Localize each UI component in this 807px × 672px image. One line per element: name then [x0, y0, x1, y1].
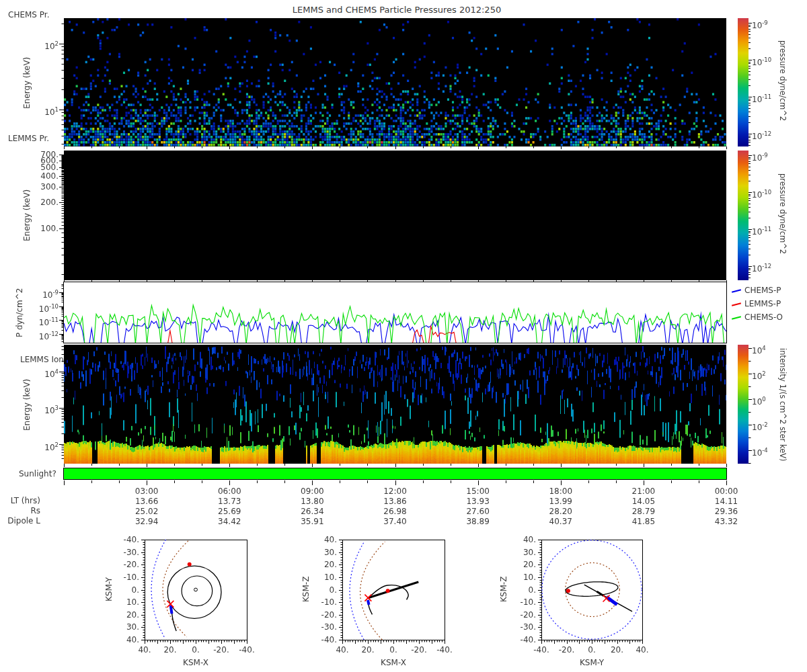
orbit1-ytick-6: -20. — [310, 610, 337, 620]
orbit-plot-ksmx-ksmz-canvas — [334, 535, 453, 645]
rs-value-1: 25.69 — [210, 506, 248, 517]
orbit0-x-axis-label: KSM-X — [169, 658, 223, 667]
dipole-l-value-5: 40.37 — [542, 516, 580, 527]
lt-value-3: 13.86 — [377, 496, 414, 507]
time-tick-label-1: 06:00 — [210, 486, 248, 497]
orbit-plot-ksmx-ksmy-canvas — [136, 535, 256, 645]
chems-cbtick-2: 10-11 — [752, 91, 789, 105]
ions-colorbar — [738, 345, 748, 464]
lemms-cbtick-0: 10-9 — [752, 150, 789, 163]
chems-ytick-1: 101 — [18, 104, 59, 118]
lt-value-1: 13.73 — [210, 496, 248, 507]
orbit2-ytick-5: -10. — [509, 597, 536, 607]
orbit1-ytick-7: -30. — [310, 622, 337, 632]
lemms-cbtick-1: 10-10 — [752, 187, 789, 200]
orbit1-ytick-5: -10. — [310, 597, 337, 607]
rs-value-4: 27.60 — [459, 506, 497, 517]
orbit0-ytick-2: -20. — [112, 559, 139, 570]
orbit2-ytick-3: 10. — [509, 572, 536, 583]
lt-value-6: 14.05 — [625, 496, 662, 507]
orbit0-ytick-8: 40. — [112, 634, 139, 645]
orbit1-ytick-1: 30. — [310, 547, 337, 558]
lemms-ytick-4: 300. — [18, 181, 59, 192]
dipole-l-value-2: 35.91 — [293, 516, 331, 527]
pline-ytick-2: 10-11 — [18, 314, 59, 328]
dipole-l-value-3: 37.40 — [377, 516, 414, 527]
dipole-l-value-0: 32.94 — [128, 516, 165, 527]
time-tick-label-0: 03:00 — [128, 486, 165, 497]
time-tick-label-5: 18:00 — [542, 486, 580, 497]
chems-spectrogram-canvas — [64, 18, 726, 146]
pline-ytick-1: 10-10 — [18, 301, 59, 314]
chems-colorbar-label: pressure dyne/cm^2 — [778, 34, 787, 128]
lt-value-4: 13.93 — [459, 496, 497, 507]
ions-spectrogram-canvas — [64, 345, 726, 464]
orbit-plot-ksmy-ksmz-canvas — [533, 535, 651, 645]
orbit2-ytick-4: 0. — [509, 585, 536, 595]
dipole-l-value-6: 41.85 — [625, 516, 662, 527]
orbit0-ytick-3: -10. — [112, 572, 139, 583]
chems-p-line-swatch — [732, 289, 741, 292]
lemms-cbtick-2: 10-11 — [752, 224, 789, 237]
sunlight-label: Sunlight? — [19, 469, 56, 478]
orbit2-x-axis-label: KSM-Y — [565, 658, 619, 667]
orbit0-ytick-1: -30. — [112, 547, 139, 558]
ions-ytick-1: 103 — [18, 403, 59, 416]
panel-label-ions: LEMMS Ions — [20, 355, 68, 364]
lt-value-5: 13.99 — [542, 496, 580, 507]
lt-value-2: 13.80 — [293, 496, 331, 507]
lt-value-0: 13.66 — [128, 496, 165, 507]
pressure-lines-canvas — [63, 282, 727, 343]
dipole-l-value-7: 43.32 — [707, 516, 745, 527]
lemms-colorbar-label: pressure dyne/cm^2 — [778, 167, 787, 261]
orbit0-ytick-0: -40. — [112, 534, 139, 545]
orbit1-x-axis-label: KSM-X — [367, 658, 420, 667]
rs-value-6: 28.79 — [625, 506, 662, 517]
rs-value-7: 29.36 — [707, 506, 745, 517]
orbit0-ytick-4: 0. — [112, 585, 139, 595]
ions-cbtick-1: 102 — [752, 368, 789, 382]
orbit2-ytick-6: -20. — [509, 610, 536, 620]
orbit1-ytick-4: 0. — [310, 585, 337, 595]
legend-item-chems-o: CHEMS-O — [732, 312, 783, 322]
sunlight-bar — [63, 468, 727, 480]
legend-label-chems-p: CHEMS-P — [744, 286, 781, 295]
time-tick-label-3: 12:00 — [377, 486, 414, 497]
rs-value-5: 28.20 — [542, 506, 580, 517]
orbit2-y-axis-label: KSM-Z — [499, 566, 508, 613]
chems-ytick-0: 102 — [18, 38, 59, 52]
orbit2-ytick-0: 40. — [509, 534, 536, 545]
lemms-ytick-6: 100. — [18, 223, 59, 234]
time-tick-label-6: 21:00 — [625, 486, 662, 497]
row-label-lt: LT (hrs) — [3, 496, 40, 505]
ions-cbtick-4: 10-4 — [752, 445, 789, 458]
orbit1-xtick-4: -40. — [430, 644, 459, 655]
orbit1-ytick-0: 40. — [310, 534, 337, 545]
panel-label-lemms: LEMMS Pr. — [8, 134, 49, 143]
chems-o-line-swatch — [732, 316, 741, 319]
lemms-ytick-3: 400. — [18, 171, 59, 181]
lemms-cbtick-3: 10-12 — [752, 261, 789, 274]
chems-colorbar — [738, 18, 748, 146]
orbit2-ytick-8: -40. — [509, 634, 536, 645]
orbit1-y-axis-label: KSM-Z — [301, 566, 311, 613]
orbit0-ytick-5: 10. — [112, 597, 139, 607]
rs-value-0: 25.02 — [128, 506, 165, 517]
dipole-l-value-1: 34.42 — [210, 516, 248, 527]
ions-ytick-0: 104 — [18, 366, 59, 380]
ions-cbtick-3: 10-2 — [752, 419, 789, 433]
chems-cbtick-1: 10-10 — [752, 54, 789, 68]
ions-cbtick-2: 100 — [752, 394, 789, 407]
lemms-p-line-swatch — [732, 302, 741, 306]
lemms-ytick-5: 200. — [18, 197, 59, 208]
row-label-dipole-l: Dipole L — [3, 516, 40, 526]
orbit1-ytick-3: 10. — [310, 572, 337, 583]
ions-cbtick-0: 104 — [752, 343, 789, 356]
chems-cbtick-0: 10-9 — [752, 17, 789, 31]
orbit0-ytick-7: 30. — [112, 622, 139, 632]
rs-value-3: 26.98 — [377, 506, 414, 517]
lemms-spectrogram-canvas — [64, 151, 726, 280]
rs-value-2: 26.34 — [293, 506, 331, 517]
legend-item-chems-p: CHEMS-P — [732, 286, 781, 295]
time-tick-label-2: 09:00 — [293, 486, 331, 497]
